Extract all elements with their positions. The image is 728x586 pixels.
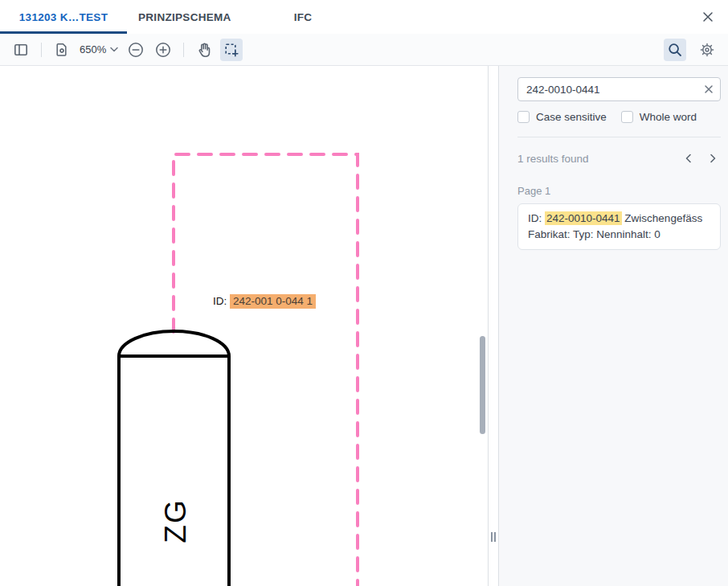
search-input[interactable] bbox=[517, 77, 721, 101]
zoom-in-button[interactable] bbox=[152, 39, 174, 61]
search-button[interactable] bbox=[664, 39, 686, 61]
search-result-item[interactable]: ID: 242-0010-0441 Zwischengefäss Fabrika… bbox=[517, 203, 721, 250]
whole-word-checkbox[interactable] bbox=[621, 111, 633, 123]
vessel-label: ZG bbox=[159, 498, 192, 543]
panel-resize-gutter[interactable] bbox=[488, 66, 499, 586]
pdf-viewer-window: 131203 K…TEST PRINZIPSCHEMA IFC bbox=[0, 0, 728, 586]
vessel-outline bbox=[119, 331, 229, 586]
viewer-toolbar: 650% bbox=[0, 34, 728, 66]
zoom-level-dropdown[interactable]: 650% bbox=[73, 39, 125, 61]
plus-circle-icon bbox=[154, 41, 172, 59]
minus-circle-icon bbox=[127, 41, 145, 59]
result-match-highlight: 242-0010-0441 bbox=[545, 211, 622, 225]
results-summary-row: 1 results found bbox=[517, 150, 721, 166]
toolbar-divider bbox=[183, 43, 184, 57]
whole-word-label: Whole word bbox=[640, 111, 697, 123]
close-button[interactable] bbox=[698, 7, 718, 27]
zoom-out-button[interactable] bbox=[125, 39, 147, 61]
page-settings-button[interactable] bbox=[51, 39, 73, 61]
chevron-right-icon bbox=[707, 153, 718, 164]
result-navigation bbox=[681, 150, 721, 166]
result-page-label: Page 1 bbox=[517, 185, 721, 197]
tab-label: IFC bbox=[294, 11, 313, 23]
panel-divider bbox=[517, 137, 721, 137]
id-prefix: ID: bbox=[213, 295, 230, 307]
document-canvas[interactable]: ZG ID: 242-001 0-044 1 bbox=[0, 66, 488, 586]
settings-button[interactable] bbox=[696, 39, 718, 61]
sidebar-toggle-button[interactable] bbox=[10, 39, 32, 61]
search-panel: Case sensitive Whole word 1 results foun… bbox=[499, 66, 728, 586]
sidebar-panel-icon bbox=[13, 42, 29, 58]
whole-word-option[interactable]: Whole word bbox=[621, 111, 697, 123]
tab-bar: 131203 K…TEST PRINZIPSCHEMA IFC bbox=[0, 0, 728, 34]
selection-dashed-outline bbox=[174, 154, 358, 586]
case-sensitive-option[interactable]: Case sensitive bbox=[517, 111, 607, 123]
tab-ifc[interactable]: IFC bbox=[294, 0, 313, 34]
tab-label: PRINZIPSCHEMA bbox=[138, 11, 231, 23]
case-sensitive-label: Case sensitive bbox=[536, 111, 607, 123]
tab-prinzipschema[interactable]: PRINZIPSCHEMA bbox=[138, 0, 231, 34]
toolbar-divider bbox=[41, 43, 42, 57]
close-icon bbox=[701, 10, 714, 23]
tab-document-131203-test[interactable]: 131203 K…TEST bbox=[0, 0, 127, 34]
results-count: 1 results found bbox=[517, 153, 589, 165]
search-options: Case sensitive Whole word bbox=[517, 111, 721, 123]
search-box bbox=[517, 77, 721, 101]
chevron-down-icon bbox=[110, 47, 118, 52]
case-sensitive-checkbox[interactable] bbox=[517, 111, 530, 123]
search-match-highlight: 242-001 0-044 1 bbox=[230, 294, 316, 309]
search-icon bbox=[667, 42, 683, 58]
result-text-prefix: ID: bbox=[528, 212, 545, 224]
marquee-select-icon bbox=[223, 42, 239, 58]
document-id-annotation: ID: 242-001 0-044 1 bbox=[213, 295, 316, 307]
chevron-left-icon bbox=[683, 153, 694, 164]
area-select-tool-button[interactable] bbox=[220, 39, 243, 61]
pan-tool-button[interactable] bbox=[193, 39, 215, 61]
hand-icon bbox=[196, 41, 213, 58]
clear-x-icon bbox=[703, 84, 714, 95]
previous-result-button[interactable] bbox=[681, 150, 697, 166]
zoom-level-value: 650% bbox=[80, 43, 106, 55]
vertical-scrollbar-thumb[interactable] bbox=[480, 336, 485, 434]
resize-grip-icon[interactable] bbox=[491, 532, 496, 542]
tab-label: 131203 K…TEST bbox=[19, 11, 108, 23]
clear-search-button[interactable] bbox=[702, 83, 715, 96]
gear-icon bbox=[699, 42, 715, 58]
schematic-drawing: ZG bbox=[0, 66, 488, 586]
content-area: ZG ID: 242-001 0-044 1 bbox=[0, 66, 728, 586]
next-result-button[interactable] bbox=[705, 150, 721, 166]
page-gear-icon bbox=[54, 42, 70, 58]
